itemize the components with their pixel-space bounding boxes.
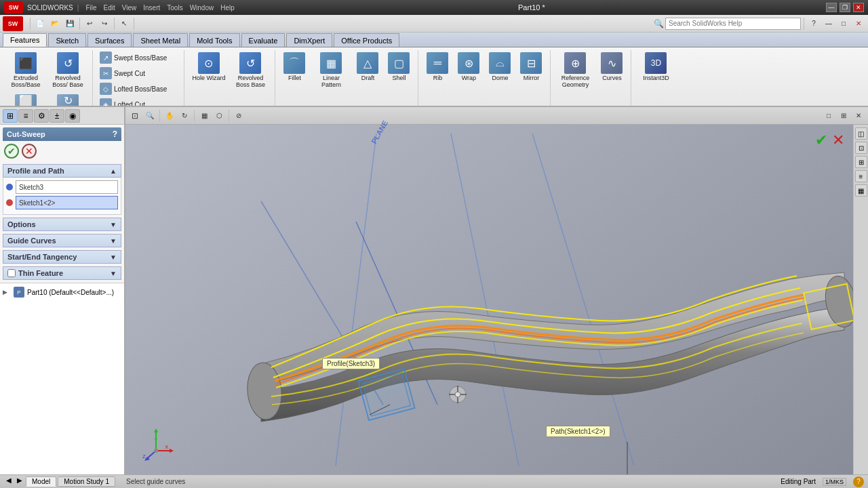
- viewport[interactable]: ⊡ 🔍 ✋ ↻ ▦ ⬡ ⊘ □ ⊞ ✕: [125, 107, 868, 474]
- lofted-cut-button[interactable]: ◈ Lofted Cut: [97, 97, 180, 107]
- strip-btn-3[interactable]: ⊞: [855, 156, 867, 168]
- shell-button[interactable]: ▢ Shell: [384, 50, 414, 84]
- strip-btn-1[interactable]: ◫: [855, 127, 867, 140]
- menu-help[interactable]: Help: [218, 4, 237, 12]
- reference-geometry-button[interactable]: ⊕ Reference Geometry: [555, 50, 595, 91]
- lofted-boss-base-button[interactable]: ◇ Lofted Boss/Base: [97, 81, 180, 96]
- menu-tools[interactable]: Tools: [164, 4, 185, 12]
- linear-pattern-button[interactable]: ▦ Linear Pattern: [311, 50, 351, 91]
- save-button[interactable]: 💾: [63, 17, 77, 30]
- main-area: ⊞ ≡ ⚙ ± ◉ Cut-Sweep ? ✔ ✕ Profile and Pa…: [0, 107, 868, 474]
- extruded-cut-button[interactable]: ⬜ Extruded Cut: [5, 92, 46, 107]
- tab-evaluate[interactable]: Evaluate: [241, 33, 285, 47]
- guide-curves-label: Guide Curves: [7, 237, 56, 245]
- tree-root[interactable]: ▶ P Part10 (Default<<Default>...): [3, 286, 121, 298]
- menu-edit[interactable]: Edit: [101, 4, 118, 12]
- section-view-button[interactable]: ⊘: [232, 109, 245, 123]
- tab-dimxpert[interactable]: DimXpert: [286, 33, 332, 47]
- help-button[interactable]: ?: [807, 17, 821, 30]
- sketch1-input-row: [6, 196, 118, 209]
- cancel-button[interactable]: ✕: [22, 144, 37, 159]
- sketch3-field[interactable]: [16, 180, 118, 194]
- tab-sketch[interactable]: Sketch: [48, 33, 86, 47]
- new-button[interactable]: 📄: [33, 17, 47, 30]
- search-input[interactable]: [665, 18, 801, 30]
- dimxpert-manager-tab[interactable]: ±: [50, 109, 64, 123]
- svg-text:X: X: [165, 444, 169, 450]
- swept-boss-base-button[interactable]: ↗ Swept Boss/Base: [97, 50, 180, 65]
- revolved-boss-base-button[interactable]: ↺ Revolved Boss Base: [230, 50, 271, 91]
- close-window[interactable]: ✕: [852, 17, 865, 30]
- panel-help-button[interactable]: ?: [113, 129, 117, 139]
- strip-btn-2[interactable]: ⊡: [855, 142, 867, 154]
- tab-navigation-right[interactable]: ▶: [15, 476, 24, 487]
- tab-navigation-left[interactable]: ◀: [4, 476, 14, 487]
- maximize-button[interactable]: ❐: [840, 3, 850, 12]
- maximize-window[interactable]: □: [837, 17, 850, 30]
- revolved-cut-button[interactable]: ↻ Revolved Cut: [47, 92, 88, 107]
- vp-restore-button[interactable]: ⊞: [837, 109, 850, 123]
- menu-insert[interactable]: Insert: [140, 4, 163, 12]
- thin-feature-header[interactable]: Thin Feature ▼: [3, 266, 121, 280]
- display-manager-tab[interactable]: ◉: [65, 109, 80, 123]
- close-button[interactable]: ✕: [853, 3, 864, 12]
- config-manager-tab[interactable]: ⚙: [34, 109, 49, 123]
- strip-btn-4[interactable]: ≡: [855, 170, 867, 182]
- menu-view[interactable]: View: [119, 4, 140, 12]
- viewport-ok[interactable]: ✔: [815, 131, 827, 149]
- extruded-boss-button[interactable]: ⬛ Extruded Boss/Base: [5, 50, 46, 91]
- redo-button[interactable]: ↪: [98, 17, 111, 30]
- guide-curves-header[interactable]: Guide Curves ▼: [3, 234, 121, 247]
- curves-button[interactable]: ∿ Curves: [597, 50, 627, 84]
- zoom-in-button[interactable]: 🔍: [143, 109, 157, 123]
- hole-wizard-button[interactable]: ⊙ Hole Wizard: [189, 50, 229, 84]
- menu-window[interactable]: Window: [187, 4, 217, 12]
- display-style-button[interactable]: ▦: [197, 109, 211, 123]
- help-icon[interactable]: ?: [853, 476, 864, 487]
- vp-maximize-button[interactable]: □: [822, 109, 835, 123]
- pan-button[interactable]: ✋: [163, 109, 176, 123]
- svg-marker-17: [154, 428, 158, 432]
- curves-icon: ∿: [601, 52, 623, 74]
- instant3d-button[interactable]: 3D Instant3D: [635, 50, 676, 84]
- feature-manager-tab[interactable]: ⊞: [3, 109, 18, 123]
- tab-model[interactable]: Model: [26, 476, 56, 487]
- start-end-header[interactable]: Start/End Tangency ▼: [3, 250, 121, 264]
- fillet-button[interactable]: ⌒ Fillet: [279, 50, 309, 84]
- draft-button[interactable]: △ Draft: [353, 50, 382, 84]
- strip-btn-5[interactable]: ▦: [855, 184, 867, 197]
- view-orientation-button[interactable]: ⬡: [212, 109, 226, 123]
- tab-surfaces[interactable]: Surfaces: [87, 33, 132, 47]
- revolved-boss-button[interactable]: ↺ Revolved Boss/ Base: [47, 50, 88, 91]
- mirror-button[interactable]: ⊟ Mirror: [516, 50, 546, 84]
- tab-office-products[interactable]: Office Products: [334, 33, 399, 47]
- wrap-icon: ⊛: [458, 52, 479, 74]
- tab-features[interactable]: Features: [3, 33, 47, 47]
- tab-sheet-metal[interactable]: Sheet Metal: [133, 33, 188, 47]
- dome-button[interactable]: ⌓ Dome: [485, 50, 515, 84]
- select-button[interactable]: ↖: [117, 17, 131, 30]
- swept-cut-button[interactable]: ✂ Swept Cut: [97, 66, 180, 81]
- vp-close-button[interactable]: ✕: [852, 109, 865, 123]
- zoom-to-fit-button[interactable]: ⊡: [128, 109, 142, 123]
- undo-button[interactable]: ↩: [83, 17, 96, 30]
- rotate-button[interactable]: ↻: [178, 109, 191, 123]
- ok-button[interactable]: ✔: [4, 144, 19, 159]
- options-header[interactable]: Options ▼: [3, 218, 121, 231]
- minimize-button[interactable]: —: [826, 3, 837, 12]
- wrap-button[interactable]: ⊛ Wrap: [454, 50, 484, 84]
- tab-mold-tools[interactable]: Mold Tools: [189, 33, 239, 47]
- menu-file[interactable]: File: [83, 4, 99, 12]
- minimize-window[interactable]: —: [822, 17, 835, 30]
- extruded-boss-icon: ⬛: [15, 52, 37, 74]
- thin-feature-checkbox[interactable]: [7, 269, 16, 277]
- open-button[interactable]: 📂: [48, 17, 62, 30]
- rib-button[interactable]: ═ Rib: [422, 50, 452, 84]
- tab-motion-study[interactable]: Motion Study 1: [58, 476, 115, 487]
- viewport-cancel[interactable]: ✕: [832, 131, 844, 149]
- property-manager-tab[interactable]: ≡: [18, 109, 33, 123]
- start-end-collapse-icon: ▼: [110, 253, 117, 261]
- profile-path-header[interactable]: Profile and Path ▲: [3, 164, 121, 178]
- instant3d-icon: 3D: [645, 52, 667, 74]
- sketch1-field[interactable]: [16, 196, 118, 209]
